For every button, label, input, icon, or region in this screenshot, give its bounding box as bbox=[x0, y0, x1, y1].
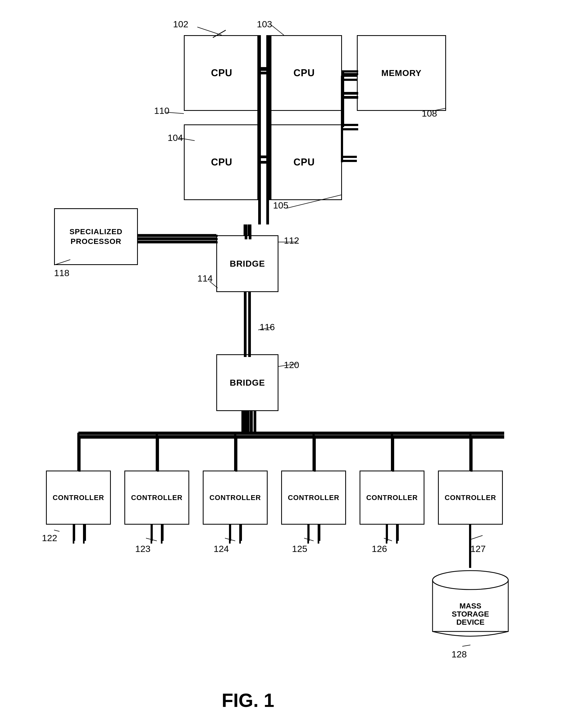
h-to-memory bbox=[342, 92, 358, 95]
svg-text:MASS: MASS bbox=[460, 602, 482, 610]
main-hbus2 bbox=[78, 436, 504, 439]
svg-line-6 bbox=[270, 24, 284, 35]
controller-122-box: CONTROLLER bbox=[46, 471, 111, 525]
ctrl122-out2 bbox=[84, 525, 86, 541]
svg-line-22 bbox=[462, 645, 470, 646]
ref-108: 108 bbox=[422, 108, 437, 119]
cpu-104-box: CPU bbox=[184, 124, 259, 200]
vbar1 bbox=[258, 35, 261, 225]
v-to-bridge112-2 bbox=[249, 225, 251, 239]
vbar2 bbox=[266, 35, 269, 225]
spec-to-bridge-h2 bbox=[138, 238, 218, 240]
ref-116: 116 bbox=[259, 322, 275, 332]
svg-line-20 bbox=[384, 538, 392, 541]
specialized-label: SPECIALIZEDPROCESSOR bbox=[69, 227, 123, 247]
ref-114: 114 bbox=[197, 273, 213, 284]
bridge120-to-hbus-v3 bbox=[250, 411, 252, 433]
spec-to-bridge-h bbox=[138, 235, 218, 237]
ctrl127-label: CONTROLLER bbox=[445, 494, 496, 502]
ctrl124-out2 bbox=[240, 525, 242, 541]
bridge120-label: BRIDGE bbox=[230, 378, 265, 388]
ref-124: 124 bbox=[214, 544, 229, 554]
bridge120-to-hbus-v4 bbox=[254, 411, 256, 433]
memory-label: MEMORY bbox=[381, 68, 422, 78]
ctrl122-out1 bbox=[73, 525, 75, 541]
to-ctrl123-v bbox=[157, 436, 159, 472]
mem-vline bbox=[342, 70, 344, 127]
ref-125: 125 bbox=[292, 544, 308, 554]
v-to-bridge112-1 bbox=[245, 225, 247, 239]
cpu105-label: CPU bbox=[293, 157, 315, 168]
spec-to-bridge-h3 bbox=[138, 241, 218, 243]
bus-to-memory-h bbox=[342, 73, 358, 75]
ctrl126-out2 bbox=[397, 525, 399, 541]
ctrl126-out1 bbox=[386, 525, 388, 541]
h-to-memory2 bbox=[342, 96, 358, 99]
ctrl122-label: CONTROLLER bbox=[53, 494, 104, 502]
cpu102-label: CPU bbox=[211, 67, 232, 79]
cpu-102-box: CPU bbox=[184, 35, 259, 111]
controller-126-box: CONTROLLER bbox=[360, 471, 424, 525]
mem-hconnect bbox=[342, 70, 358, 72]
controller-127-box: CONTROLLER bbox=[438, 471, 503, 525]
specialized-processor-box: SPECIALIZEDPROCESSOR bbox=[54, 208, 138, 265]
ref-128: 128 bbox=[451, 649, 467, 660]
svg-line-21 bbox=[470, 536, 483, 540]
controller-123-box: CONTROLLER bbox=[124, 471, 189, 525]
cpu-105-box: CPU bbox=[266, 124, 342, 200]
ctrl124-out1 bbox=[229, 525, 231, 541]
cpu-103-box: CPU bbox=[266, 35, 342, 111]
svg-point-1 bbox=[433, 570, 508, 589]
mem-hline bbox=[342, 124, 358, 126]
ctrl123-out2 bbox=[162, 525, 164, 541]
to-ctrl127-v bbox=[470, 436, 472, 472]
svg-text:STORAGE: STORAGE bbox=[452, 610, 489, 618]
ctrl123-out1 bbox=[151, 525, 153, 541]
ctrl124-label: CONTROLLER bbox=[210, 494, 261, 502]
ref-122: 122 bbox=[42, 533, 57, 543]
controller-124-box: CONTROLLER bbox=[203, 471, 268, 525]
to-ctrl122-v bbox=[78, 436, 81, 472]
memory-box: MEMORY bbox=[357, 35, 446, 111]
ctrl126-label: CONTROLLER bbox=[366, 494, 418, 502]
ctrl125-out2 bbox=[318, 525, 320, 541]
ref-112: 112 bbox=[284, 235, 299, 246]
ref-123: 123 bbox=[135, 544, 151, 554]
cpu104-label: CPU bbox=[211, 157, 232, 168]
svg-line-16 bbox=[54, 530, 60, 532]
ref-103: 103 bbox=[257, 19, 272, 29]
ref-104: 104 bbox=[168, 132, 183, 143]
cpu103-label: CPU bbox=[293, 67, 315, 79]
ref-126: 126 bbox=[372, 544, 387, 554]
to-ctrl124-v bbox=[235, 436, 237, 472]
bridge112-label: BRIDGE bbox=[230, 259, 265, 269]
bridge-112-box: BRIDGE bbox=[216, 235, 278, 292]
svg-text:DEVICE: DEVICE bbox=[456, 618, 484, 626]
ctrl125-label: CONTROLLER bbox=[288, 494, 339, 502]
bridge120-to-hbus-v1 bbox=[242, 411, 245, 433]
ref-127: 127 bbox=[470, 544, 486, 554]
to-ctrl125-v bbox=[314, 436, 316, 472]
controller-125-box: CONTROLLER bbox=[281, 471, 346, 525]
bridge-120-box: BRIDGE bbox=[216, 354, 278, 411]
mass-storage-cylinder: MASS STORAGE DEVICE bbox=[430, 566, 511, 642]
ref-102: 102 bbox=[173, 19, 188, 29]
ref-105: 105 bbox=[273, 200, 289, 211]
bridge112-to-bridge120-v1 bbox=[244, 292, 247, 357]
ref-110: 110 bbox=[154, 105, 169, 116]
figure-label: FIG. 1 bbox=[222, 690, 274, 711]
bridge112-to-bridge120-v2 bbox=[248, 292, 251, 357]
main-hbus bbox=[78, 433, 504, 435]
bridge120-to-hbus-v2 bbox=[246, 411, 249, 433]
cpu103-stub bbox=[261, 67, 268, 70]
to-ctrl126-v bbox=[392, 436, 394, 472]
mem-hline2 bbox=[342, 128, 358, 130]
cpu105-stub bbox=[261, 155, 268, 158]
ctrl123-label: CONTROLLER bbox=[131, 494, 183, 502]
ref-120: 120 bbox=[284, 360, 299, 370]
diagram: CPU CPU CPU CPU MEMORY SPECIALIZEDPROCES… bbox=[0, 0, 588, 728]
ctrl125-out1 bbox=[308, 525, 310, 541]
ref-118: 118 bbox=[54, 268, 69, 278]
